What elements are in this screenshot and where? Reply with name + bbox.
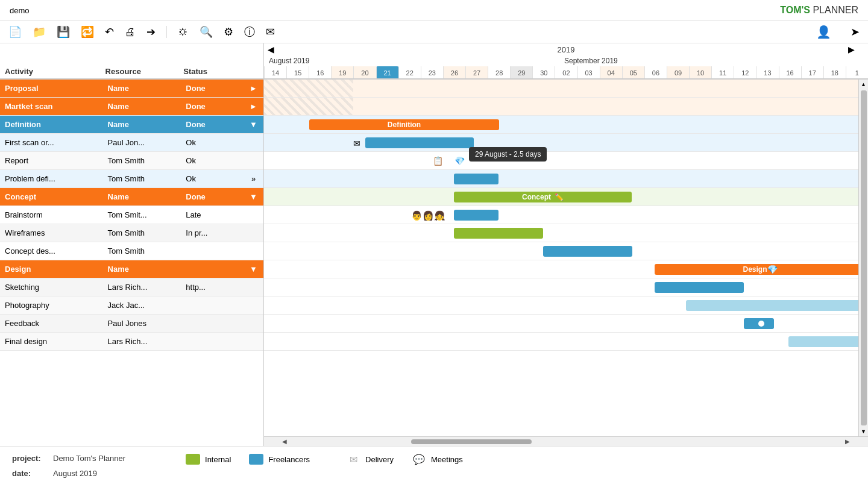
chart-row-definition: Definition: [264, 116, 868, 134]
chart-row-first-scan: ✉: [264, 134, 868, 152]
day-21: 21: [376, 66, 398, 80]
legend-meetings: 💬 Meetings: [412, 454, 463, 465]
day-02: 02: [555, 66, 577, 80]
sketching-activity: Sketching: [0, 283, 105, 292]
design-resource: Name: [105, 265, 184, 274]
undo-icon[interactable]: ↶: [105, 25, 114, 39]
first-scan-resource: Paul Jon...: [105, 138, 184, 147]
design-expand[interactable]: ▼: [244, 265, 263, 274]
september-label: September 2019: [559, 57, 868, 65]
row-problem-def: Problem defi... Tom Smith Ok »: [0, 170, 263, 188]
mail-icon[interactable]: ✉: [266, 25, 275, 39]
user-icon[interactable]: 👤: [816, 25, 831, 39]
scroll-down-button[interactable]: ▼: [859, 427, 869, 436]
delivery-icon: ✉: [346, 454, 360, 465]
final-design-bar: [788, 336, 861, 347]
sketching-resource: Lars Rich...: [105, 283, 184, 292]
scroll-up-button[interactable]: ▲: [859, 80, 869, 89]
time-header: ◀ 2019 ▶ August 2019 September 2019 14 1…: [264, 43, 868, 80]
concept-des-activity: Concept des...: [0, 246, 105, 256]
day-28: 28: [488, 66, 510, 80]
scroll-left-button[interactable]: ◀: [278, 437, 291, 447]
gantt-container: Activity Resource Status Proposal Name D…: [0, 43, 868, 446]
activity-header: Activity: [0, 67, 105, 76]
tooltip-29aug: 29 August - 2.5 days: [469, 147, 547, 162]
definition-status: Done: [183, 120, 244, 129]
problem-def-expand[interactable]: »: [244, 174, 263, 183]
export-icon[interactable]: ➔: [146, 25, 156, 39]
photography-activity: Photography: [0, 301, 105, 310]
feedback-activity: Feedback: [0, 319, 105, 328]
footer-date-row: date: August 2019: [12, 469, 125, 478]
scroll-thumb-horizontal[interactable]: [411, 439, 532, 444]
column-headers: Activity Resource Status: [0, 43, 263, 80]
day-26: 26: [443, 66, 465, 80]
definition-expand[interactable]: ▼: [244, 120, 263, 129]
share-icon[interactable]: 🔁: [81, 25, 94, 39]
prev-period-button[interactable]: ◀: [268, 45, 274, 54]
brainstorm-status: Late: [183, 210, 244, 219]
settings-icon[interactable]: ⚙: [224, 25, 233, 39]
day-03: 03: [577, 66, 600, 80]
year-label: 2019: [558, 45, 575, 54]
day-06: 06: [644, 66, 667, 80]
search-icon[interactable]: 🔍: [200, 25, 213, 39]
footer: project: Demo Tom's Planner date: August…: [0, 446, 868, 485]
market-scan-expand[interactable]: ►: [244, 102, 263, 111]
first-scan-bar: [365, 137, 474, 148]
sketching-bar: [655, 282, 744, 293]
toolbar-separator: [166, 26, 167, 38]
print-icon[interactable]: 🖨: [125, 26, 136, 39]
day-29: 29: [510, 66, 532, 80]
chart-row-photography: [264, 296, 868, 315]
day-11: 11: [711, 66, 734, 80]
row-photography: Photography Jack Jac...: [0, 296, 263, 315]
feedback-bar: [744, 318, 774, 329]
new-file-icon[interactable]: 📄: [8, 25, 22, 39]
design-activity: Design: [0, 265, 105, 274]
wireframes-resource: Tom Smith: [105, 228, 184, 237]
arrow-right-icon[interactable]: ➤: [851, 25, 860, 39]
day-12: 12: [734, 66, 756, 80]
day-row: 14 15 16 19 20 21 22 23 26 27 28 29 30 0…: [264, 66, 868, 80]
concept-resource: Name: [105, 192, 184, 201]
filter-icon[interactable]: ⛭: [178, 26, 189, 39]
wireframes-status: In pr...: [183, 228, 244, 237]
wireframes-activity: Wireframes: [0, 228, 105, 237]
concept-expand[interactable]: ▼: [244, 192, 263, 201]
problem-def-activity: Problem defi...: [0, 174, 105, 183]
proposal-activity: Proposal: [0, 84, 105, 93]
proposal-status: Done: [183, 84, 244, 93]
legend-freelancers: Freelancers: [249, 454, 310, 465]
row-first-scan: First scan or... Paul Jon... Ok: [0, 134, 263, 152]
next-period-button[interactable]: ▶: [848, 45, 855, 54]
save-icon[interactable]: 💾: [57, 25, 70, 39]
day-18: 18: [823, 66, 846, 80]
toggle-icon[interactable]: [752, 319, 766, 328]
brainstorm-resource: Tom Smit...: [105, 210, 184, 219]
left-panel: Activity Resource Status Proposal Name D…: [0, 43, 264, 446]
scroll-thumb-vertical[interactable]: [861, 90, 867, 425]
main-content: Activity Resource Status Proposal Name D…: [0, 43, 868, 485]
proposal-expand[interactable]: ►: [244, 84, 263, 93]
scroll-right-button[interactable]: ▶: [841, 437, 854, 447]
right-panel: ◀ 2019 ▶ August 2019 September 2019 14 1…: [264, 43, 868, 446]
day-17: 17: [801, 66, 823, 80]
market-scan-resource: Name: [105, 102, 184, 111]
day-27: 27: [465, 66, 488, 80]
day-13: 13: [756, 66, 778, 80]
resource-header: Resource: [105, 67, 184, 76]
day-22: 22: [398, 66, 421, 80]
open-folder-icon[interactable]: 📁: [33, 25, 46, 39]
help-icon[interactable]: ⓘ: [244, 25, 255, 39]
day-23: 23: [421, 66, 443, 80]
brand-toms: TOM'S: [780, 5, 810, 15]
legend-delivery: ✉ Delivery: [346, 454, 394, 465]
wireframes-bar: [454, 228, 543, 239]
row-proposal: Proposal Name Done ►: [0, 80, 263, 98]
date-label: date:: [12, 469, 48, 478]
concept-activity: Concept: [0, 192, 105, 201]
row-design: Design Name ▼: [0, 260, 263, 278]
report-status: Ok: [183, 156, 244, 165]
chart-row-problem-def: 29 August - 2.5 days: [264, 170, 868, 188]
